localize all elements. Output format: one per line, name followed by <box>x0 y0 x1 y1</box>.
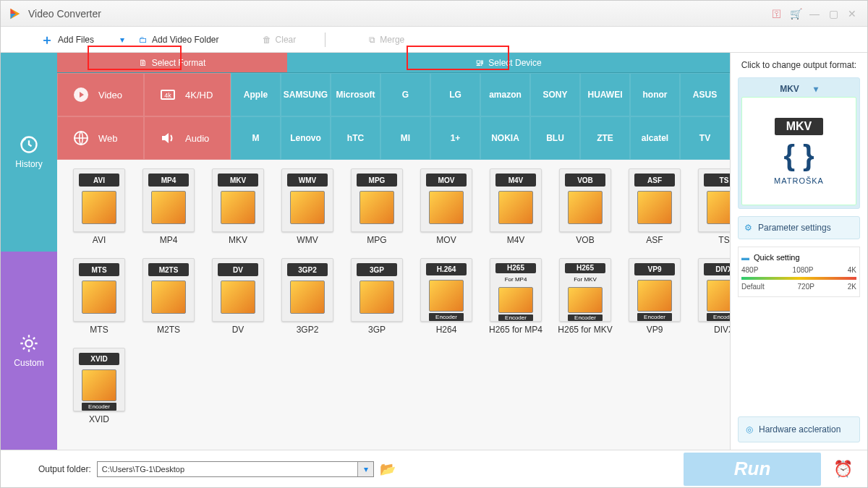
history-tab[interactable]: History <box>1 53 57 252</box>
format-vob[interactable]: VOBVOB <box>556 168 614 245</box>
category-video[interactable]: Video <box>57 73 144 116</box>
qs-720p: 720P <box>798 283 814 291</box>
brand-alcatel[interactable]: alcatel <box>630 116 680 160</box>
brand-lg[interactable]: LG <box>430 73 480 116</box>
format-mp4[interactable]: MP4MP4 <box>140 168 197 245</box>
format-label: DIVX <box>695 325 730 335</box>
format-vp9[interactable]: VP9EncoderVP9 <box>626 258 684 335</box>
maximize-icon[interactable]: ▢ <box>824 8 843 20</box>
format-label: VP9 <box>626 325 684 335</box>
output-folder-combo[interactable]: C:\Users\TG-1\Desktop ▾ <box>97 461 375 477</box>
format-h264[interactable]: H.264EncoderH264 <box>417 258 475 335</box>
selected-format-label: MKV <box>780 84 799 94</box>
format-mkv[interactable]: MKVMKV <box>209 168 267 245</box>
format-label: MP4 <box>140 235 197 245</box>
brand-sony[interactable]: SONY <box>530 73 580 116</box>
format-m2ts[interactable]: M2TSM2TS <box>140 258 197 335</box>
chevron-down-icon[interactable]: ▾ <box>120 35 124 45</box>
format-ts[interactable]: TSTS <box>695 168 730 245</box>
category-row: Video 4k4K/HD Web Audio AppleSAMSUNGMicr… <box>57 73 730 160</box>
sliders-icon: ⚙ <box>744 223 752 233</box>
svg-point-4 <box>25 340 32 346</box>
category-4khd[interactable]: 4k4K/HD <box>144 73 231 116</box>
cart-icon[interactable]: 🛒 <box>786 8 805 20</box>
format-dv[interactable]: DVDV <box>209 258 267 335</box>
format-asf[interactable]: ASFASF <box>626 168 684 245</box>
brand-htc[interactable]: hTC <box>331 116 380 160</box>
brand-lenovo[interactable]: Lenovo <box>281 116 331 160</box>
trash-icon: 🗑 <box>263 35 271 45</box>
format-categories: Video 4k4K/HD Web Audio <box>57 73 231 160</box>
format-h265formp4[interactable]: H265For MP4EncoderH265 for MP4 <box>487 258 545 335</box>
custom-tab[interactable]: Custom <box>1 252 57 450</box>
format-label: 3GP <box>348 325 406 335</box>
category-4khd-label: 4K/HD <box>185 90 213 100</box>
minimize-icon[interactable]: — <box>805 8 824 20</box>
selected-format-card[interactable]: MKV ▾ MKV { } MATROŠKA <box>738 77 860 209</box>
fourk-icon: 4k <box>159 86 176 103</box>
brand-mi[interactable]: MI <box>380 116 430 160</box>
format-h265formkv[interactable]: H265For MKVEncoderH265 for MKV <box>556 258 614 335</box>
add-files-label: Add Files <box>58 35 94 45</box>
hardware-acceleration-button[interactable]: ◎ Hardware accleration <box>738 416 860 442</box>
main-toolbar: ＋ Add Files ▾ 🗀 Add Video Folder 🗑 Clear… <box>1 27 867 53</box>
hardware-acceleration-label: Hardware accleration <box>759 424 841 435</box>
brand-nokia[interactable]: NOKIA <box>480 116 530 160</box>
category-web[interactable]: Web <box>57 116 144 160</box>
brand-g[interactable]: G <box>380 73 430 116</box>
select-device-tab[interactable]: 🖳 Select Device <box>287 53 730 72</box>
chevron-down-icon[interactable]: ▾ <box>357 462 373 476</box>
format-3gp2[interactable]: 3GP23GP2 <box>278 258 336 335</box>
brand-amazon[interactable]: amazon <box>480 73 530 116</box>
app-window: Video Converter ⚿ 🛒 — ▢ ✕ ＋ Add Files ▾ … <box>0 0 868 488</box>
merge-button[interactable]: ⧉ Merge <box>369 35 404 45</box>
key-icon[interactable]: ⚿ <box>767 8 786 20</box>
format-mts[interactable]: MTSMTS <box>70 258 128 335</box>
brand-apple[interactable]: Apple <box>231 73 281 116</box>
format-label: MOV <box>417 235 475 245</box>
clear-button[interactable]: 🗑 Clear <box>263 35 297 45</box>
brand-tv[interactable]: TV <box>680 116 730 160</box>
brand-asus[interactable]: ASUS <box>680 73 730 116</box>
play-icon <box>72 86 90 103</box>
brand-huawei[interactable]: HUAWEI <box>580 73 630 116</box>
format-label: H265 for MP4 <box>487 325 545 335</box>
qs-1080p: 1080P <box>793 266 814 274</box>
format-wmv[interactable]: WMVWMV <box>278 168 336 245</box>
format-xvid[interactable]: XVIDEncoderXVID <box>70 348 128 424</box>
parameter-settings-button[interactable]: ⚙ Parameter settings <box>738 216 860 239</box>
select-tabs-row: 🗎 Select Format 🖳 Select Device <box>57 53 730 73</box>
folder-icon: 🗀 <box>139 35 148 45</box>
format-label: WMV <box>278 235 336 245</box>
add-files-button[interactable]: ＋ Add Files ▾ <box>41 31 124 48</box>
format-label: M4V <box>487 235 545 245</box>
schedule-button[interactable]: ⏰ <box>827 460 859 479</box>
right-panel: Click to change output format: MKV ▾ MKV… <box>730 53 867 450</box>
brand-microsoft[interactable]: Microsoft <box>331 73 380 116</box>
brand-1[interactable]: 1+ <box>430 116 480 160</box>
format-divx[interactable]: DIVXEncoderDIVX <box>695 258 730 335</box>
add-folder-button[interactable]: 🗀 Add Video Folder <box>139 35 219 45</box>
open-folder-button[interactable]: 📂 <box>380 461 396 477</box>
format-avi[interactable]: AVIAVI <box>70 168 128 245</box>
format-mpg[interactable]: MPGMPG <box>348 168 406 245</box>
run-button[interactable]: Run <box>684 453 821 486</box>
format-mov[interactable]: MOVMOV <box>417 168 475 245</box>
format-m4v[interactable]: M4VM4V <box>487 168 545 245</box>
brand-blu[interactable]: BLU <box>530 116 580 160</box>
merge-label: Merge <box>380 35 404 45</box>
run-button-label: Run <box>734 458 771 480</box>
doc-icon: 🗎 <box>139 58 148 68</box>
brand-m[interactable]: M <box>231 116 281 160</box>
brand-grid: AppleSAMSUNGMicrosoftGLGamazonSONYHUAWEI… <box>231 73 730 160</box>
format-label: M2TS <box>140 325 197 335</box>
quality-slider[interactable] <box>741 277 856 280</box>
category-video-label: Video <box>98 90 122 100</box>
brand-honor[interactable]: honor <box>630 73 680 116</box>
format-3gp[interactable]: 3GP3GP <box>348 258 406 335</box>
category-audio[interactable]: Audio <box>144 116 231 160</box>
close-icon[interactable]: ✕ <box>843 8 861 20</box>
brand-zte[interactable]: ZTE <box>580 116 630 160</box>
select-format-tab[interactable]: 🗎 Select Format <box>57 53 287 72</box>
brand-samsung[interactable]: SAMSUNG <box>281 73 331 116</box>
